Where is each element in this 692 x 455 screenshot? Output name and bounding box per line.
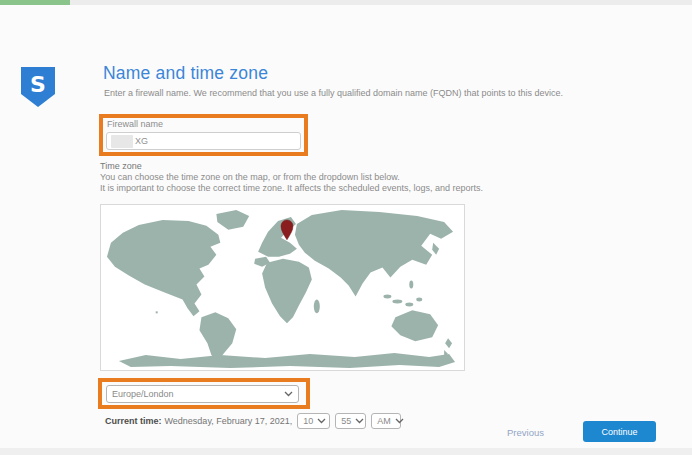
current-time-row: Current time: Wednesday, February 17, 20… [105,412,406,430]
chevron-down-icon [355,418,364,424]
hour-select[interactable]: 10 [297,413,330,429]
time-zone-description-1: You can choose the time zone on the map,… [100,172,400,182]
time-zone-map[interactable] [100,204,465,371]
redacted-text-block [111,135,133,148]
time-zone-description-2: It is important to choose the correct ti… [100,183,483,193]
continue-button[interactable]: Continue [583,421,656,442]
time-zone-select[interactable]: Europe/London [106,385,299,403]
chevron-down-icon [284,391,293,397]
time-zone-label: Time zone [100,161,142,171]
page-title: Name and time zone [103,63,268,84]
minute-value: 55 [341,416,351,426]
current-time-label: Current time: [105,416,162,426]
firewall-name-value: XG [135,136,148,146]
page-subtitle: Enter a firewall name. We recommend that… [104,88,563,98]
setup-progress-track [0,0,692,5]
previous-link[interactable]: Previous [507,427,544,438]
current-time-date: Wednesday, February 17, 2021, [165,416,293,426]
chevron-down-icon [395,418,404,424]
firewall-name-label: Firewall name [107,119,163,129]
meridiem-value: AM [377,416,391,426]
map-pin-icon[interactable] [281,220,293,240]
firewall-name-input[interactable]: XG [106,132,301,150]
bottom-edge-strip [0,448,692,455]
minute-select[interactable]: 55 [335,413,366,429]
hour-value: 10 [303,416,313,426]
logo-letter: S [30,72,46,97]
setup-progress-fill [0,0,70,5]
time-zone-selected-value: Europe/London [112,389,174,399]
sophos-logo: S [21,67,55,107]
chevron-down-icon [317,418,326,424]
meridiem-select[interactable]: AM [371,413,401,429]
world-map-graphic [101,205,464,370]
shield-icon: S [21,67,55,107]
